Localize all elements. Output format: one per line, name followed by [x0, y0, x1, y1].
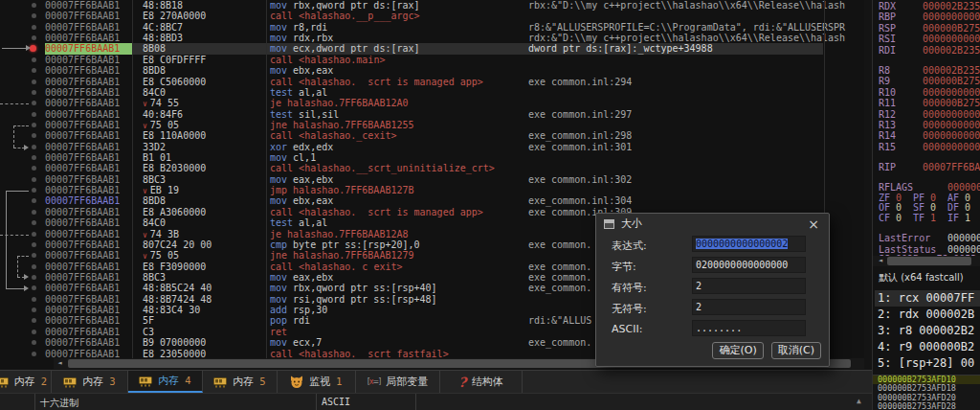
register-row[interactable]: R14000000000000	[879, 130, 980, 141]
row-dot[interactable]	[32, 188, 36, 193]
reghs-thumb[interactable]	[887, 257, 971, 265]
disasm-row[interactable]: 00007FF6BAAB1E8 C0FDFFFFcall <halashao.m…	[0, 55, 864, 65]
cancel-button[interactable]: 取消(C)	[771, 342, 821, 359]
disasm-row[interactable]: 00007FF6BAAB1∨74 55je halashao.7FF6BAAB1…	[0, 98, 864, 108]
register-row[interactable]: R11000000B2753A	[879, 98, 980, 108]
disasm-row[interactable]: 00007FF6BAAB1B1 01mov cl,1	[0, 152, 864, 163]
row-dot[interactable]	[32, 68, 36, 73]
disasm-row[interactable]: 00007FF6BAAB140:84F6test sil,silexe_comm…	[0, 109, 864, 120]
close-icon[interactable]: ×	[806, 215, 821, 234]
argument-row[interactable]: 3: r8 000002B2	[875, 323, 980, 339]
register-row[interactable]: LastError000000	[879, 233, 980, 243]
row-dot[interactable]	[32, 177, 36, 182]
row-dot[interactable]	[32, 166, 36, 171]
disasm-row[interactable]: 00007FF6BAAB133D2xor edx,edxexe_common.i…	[0, 142, 864, 152]
tab-局部变量[interactable]: [x=]局部变量	[356, 371, 440, 393]
row-dot[interactable]	[32, 352, 36, 356]
disasm-row[interactable]: 00007FF6BAAB18B08mov ecx,dword ptr ds:[r…	[0, 43, 864, 54]
register-row[interactable]: RBP000000000000	[879, 11, 980, 22]
breakpoint-dot[interactable]	[30, 45, 36, 52]
register-row[interactable]: R15000000000000	[879, 142, 980, 152]
disasm-row[interactable]: 00007FF6BAAB1∨EB 19jmp halashao.7FF6BAAB…	[0, 185, 864, 195]
unsigned-input[interactable]: 2	[692, 299, 806, 315]
register-row[interactable]: LastStatus000000	[879, 244, 980, 255]
row-dot[interactable]	[32, 145, 36, 149]
disasm-row[interactable]: 00007FF6BAAB148:8B18mov rbx,qword ptr ds…	[0, 0, 864, 11]
disasm-row[interactable]: 00007FF6BAAB1E8 110A0000call <halashao._…	[0, 130, 864, 141]
row-dot[interactable]	[32, 155, 36, 160]
registers-horizontal-scrollbar[interactable]: ◄	[873, 256, 980, 266]
dialog-titlebar[interactable]: 大小 ×	[596, 214, 829, 235]
row-dot[interactable]	[32, 112, 36, 117]
tab-内存-3[interactable]: 内存3	[52, 371, 128, 393]
bytes-input[interactable]: 0200000000000000	[692, 257, 806, 273]
signed-input[interactable]: 2	[692, 278, 806, 294]
row-dot[interactable]	[32, 285, 36, 290]
stack-row[interactable]: 000000B2753AFD18	[873, 384, 980, 393]
tab-内存-5[interactable]: 内存5	[203, 371, 278, 393]
row-dot[interactable]	[32, 101, 36, 105]
row-dot[interactable]	[32, 318, 36, 323]
register-row[interactable]: R10000000000000	[879, 87, 980, 98]
row-dot[interactable]	[32, 264, 36, 269]
register-row[interactable]: RSP000000B2753A	[879, 23, 980, 34]
register-row[interactable]: R13000000000000	[879, 120, 980, 130]
disasm-row[interactable]: 00007FF6BAAB184C0test al,al	[0, 87, 864, 98]
row-dot[interactable]	[32, 297, 36, 302]
row-dot[interactable]	[32, 308, 36, 312]
register-row[interactable]: RDX000002B23546	[879, 1, 980, 11]
register-row[interactable]: RIP00007FF6BAAB	[879, 162, 980, 172]
scroll-left-icon[interactable]: ◄	[54, 358, 66, 369]
scroll-up-icon[interactable]: ▲	[857, 397, 861, 405]
argument-row[interactable]: 1: rcx 00007FF	[875, 290, 980, 307]
disasm-row[interactable]: 00007FF6BAAB18BD8mov ebx,eaxexe_common.i…	[0, 195, 864, 206]
row-dot[interactable]	[32, 330, 36, 334]
disasm-row[interactable]: 00007FF6BAAB18BD8mov ebx,eax	[0, 65, 864, 76]
row-dot[interactable]	[32, 340, 36, 345]
register-row[interactable]: R9000000B2753A	[879, 76, 980, 86]
stack-panel[interactable]: 000000B2753AFD10000000B2753AFD18000000B2…	[873, 375, 980, 410]
size-dialog[interactable]: 大小 × 表达式: 0000000000000002 字节: 020000000…	[595, 213, 830, 367]
row-dot[interactable]	[32, 13, 36, 18]
disasm-row[interactable]: 00007FF6BAAB1E8 B2030000call <halashao._…	[0, 163, 864, 173]
ascii-input[interactable]: ........	[692, 320, 806, 336]
row-dot[interactable]	[32, 57, 36, 62]
row-dot[interactable]	[32, 220, 36, 225]
disasm-row[interactable]: 00007FF6BAAB1∨75 05jne halashao.7FF6BAAB…	[0, 120, 864, 130]
stack-row[interactable]: 000000B2753AFD20	[873, 394, 980, 402]
stack-row[interactable]: 000000B2753AFD28	[873, 402, 980, 410]
row-dot[interactable]	[32, 35, 36, 40]
disasm-row[interactable]: 00007FF6BAAB1E8 C5060000call <halashao._…	[0, 77, 864, 87]
expression-input[interactable]: 0000000000000002	[692, 236, 806, 252]
row-dot[interactable]	[32, 133, 36, 138]
tab-内存-2[interactable]: 内存2	[0, 371, 52, 393]
row-dot[interactable]	[32, 242, 36, 247]
argument-row[interactable]: 4: r9 000000B2	[875, 339, 980, 355]
scroll-left-icon[interactable]: ◄	[875, 256, 886, 266]
row-dot[interactable]	[32, 80, 36, 84]
row-dot[interactable]	[32, 3, 36, 8]
register-row[interactable]: R12000000000000	[879, 109, 980, 120]
disasm-row[interactable]: 00007FF6BAAB1E8 270A0000call <halashao._…	[0, 11, 864, 21]
row-dot[interactable]	[32, 90, 36, 95]
disasm-row[interactable]: 00007FF6BAAB148:8BD3mov rdx,rbxrdx:&"D:\…	[0, 33, 864, 43]
row-dot[interactable]	[32, 232, 36, 237]
row-dot[interactable]	[32, 253, 36, 258]
tab-内存-4[interactable]: 内存4	[128, 371, 203, 393]
row-dot[interactable]	[32, 123, 36, 127]
tab-结构体[interactable]: ?结构体	[440, 371, 523, 393]
argument-row[interactable]: 5: [rsp+28] 00	[875, 355, 980, 372]
register-row[interactable]: RSI000000000000	[879, 34, 980, 44]
ok-button[interactable]: 确定(O)	[712, 342, 763, 359]
row-dot[interactable]	[32, 198, 36, 203]
calling-convention-selector[interactable]: 默认 (x64 fastcall)	[879, 271, 964, 286]
disasm-row[interactable]: 00007FF6BAAB14C:8BC7mov r8,rdir8:&"ALLUS…	[0, 22, 864, 33]
row-dot[interactable]	[32, 25, 36, 30]
register-row[interactable]: RDI000002B23546	[879, 45, 980, 56]
flags-row[interactable]: CF 0TF 1IF 1	[879, 214, 980, 224]
register-row[interactable]: R8000002B23546	[879, 65, 980, 76]
row-dot[interactable]	[32, 210, 36, 215]
tab-监视-1[interactable]: 监视1	[278, 371, 356, 393]
row-dot[interactable]	[32, 275, 36, 280]
disasm-row[interactable]: 00007FF6BAAB18BC3mov eax,ebxexe_common.i…	[0, 174, 864, 185]
